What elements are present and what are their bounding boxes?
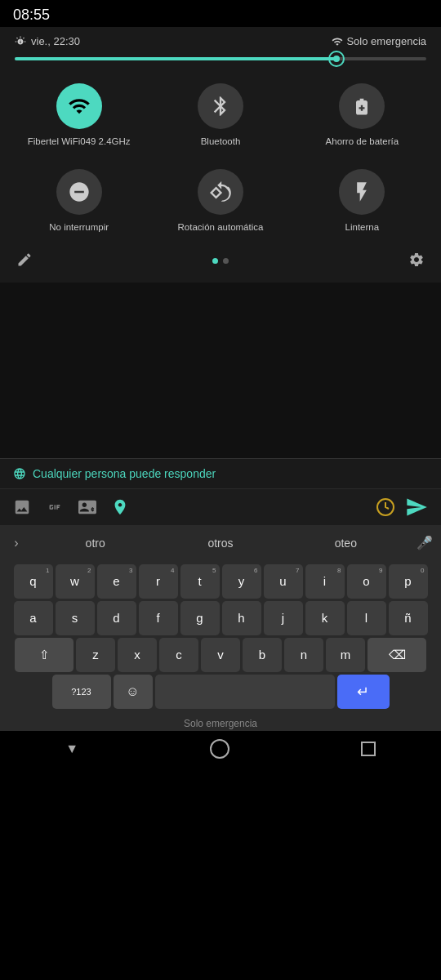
key-space[interactable] [155,675,335,709]
image-icon[interactable] [13,498,31,516]
gif-icon[interactable] [46,498,64,516]
suggestion-2[interactable]: otros [158,532,283,555]
key-x[interactable]: x [118,638,157,672]
emergency-signal: Solo emergencia [332,35,426,47]
key-o[interactable]: 9o [347,564,386,599]
compose-row: Cualquier persona puede responder [0,458,441,488]
key-l[interactable]: l [347,601,386,635]
key-backspace[interactable]: ⌫ [368,638,426,672]
brightness-track[interactable] [15,57,426,60]
brightness-icon [328,51,345,67]
tile-flashlight[interactable]: Linterna [292,158,433,243]
flashlight-label: Linterna [345,221,380,234]
suggestion-expand-button[interactable]: › [0,528,33,558]
key-c[interactable]: c [159,638,198,672]
alarm-icon [15,36,26,47]
key-b[interactable]: b [243,638,282,672]
timer-icon[interactable] [376,497,395,517]
mic-button[interactable]: 🎤 [408,535,441,550]
status-time: 08:55 [13,7,50,24]
brightness-thumb [327,50,345,68]
key-return[interactable]: ↵ [337,675,390,709]
nav-recent-button[interactable] [361,742,376,756]
contacts-icon[interactable] [78,498,96,516]
key-n[interactable]: n [284,638,323,672]
wifi-icon-wrap [56,83,102,129]
key-emoji[interactable]: ☺ [114,675,153,709]
key-shift[interactable]: ⇧ [15,638,74,672]
key-g[interactable]: g [180,601,220,635]
suggestion-3[interactable]: oteo [283,532,408,555]
compose-world-icon [13,467,26,480]
key-q[interactable]: 1q [14,564,53,599]
emergency-bar: Solo emergencia [0,715,441,731]
toolbar-right-icons [376,496,428,519]
dot-1 [212,258,218,264]
settings-button[interactable] [408,252,425,271]
flashlight-icon [350,180,373,203]
wifi-label: Fibertel WiFi049 2.4GHz [28,136,131,148]
key-v[interactable]: v [201,638,240,672]
key-t[interactable]: 5t [180,564,220,599]
battery-saver-label: Ahorro de batería [326,136,399,148]
keyboard: 1q 2w 3e 4r 5t 6y 7u 8i 9o 0p a s d f g … [0,561,441,715]
toolbar-left-icons [13,498,129,516]
key-i[interactable]: 8i [305,564,345,599]
send-icon[interactable] [405,496,428,519]
quick-settings-panel: vie., 22:30 Solo emergencia [0,27,441,283]
tile-dnd[interactable]: No interrumpir [8,158,149,243]
location-icon[interactable] [111,498,129,516]
bluetooth-icon-wrap [198,83,243,129]
key-z[interactable]: z [76,638,115,672]
key-m[interactable]: m [326,638,365,672]
key-d[interactable]: d [97,601,136,635]
key-num-sym[interactable]: ?123 [52,675,111,709]
flashlight-icon-wrap [339,169,385,215]
signal-icon [332,36,343,47]
key-k[interactable]: k [305,601,345,635]
edit-icon [16,252,33,268]
key-y[interactable]: 6y [222,564,261,599]
keyboard-row-2: a s d f g h j k l ñ [2,601,439,635]
suggestion-bar: › otro otros oteo 🎤 [0,525,441,561]
dot-2 [223,258,229,264]
tile-wifi[interactable]: Fibertel WiFi049 2.4GHz [8,72,149,158]
suggestion-1[interactable]: otro [33,532,158,555]
key-j[interactable]: j [264,601,303,635]
nav-home-button[interactable] [210,739,229,759]
key-s[interactable]: s [56,601,95,635]
wifi-icon [68,95,91,118]
key-n-tilde[interactable]: ñ [389,601,428,635]
brightness-slider[interactable] [0,54,441,72]
key-w[interactable]: 2w [56,564,95,599]
rotation-icon [209,180,232,203]
tile-battery-saver[interactable]: Ahorro de batería [292,72,433,158]
tile-rotation[interactable]: Rotación automática [149,158,291,243]
qs-bottom-bar [0,243,441,283]
battery-saver-icon [350,95,373,118]
key-h[interactable]: h [222,601,261,635]
key-r[interactable]: 4r [139,564,178,599]
nav-bar: ▼ [0,731,441,767]
toolbar-row [0,488,441,525]
keyboard-row-1: 1q 2w 3e 4r 5t 6y 7u 8i 9o 0p [2,564,439,599]
rotation-label: Rotación automática [178,221,264,234]
key-e[interactable]: 3e [97,564,136,599]
key-f[interactable]: f [139,601,178,635]
info-row: vie., 22:30 Solo emergencia [0,35,441,54]
tile-bluetooth[interactable]: Bluetooth [149,72,291,158]
qs-page-dots [212,258,229,264]
key-p[interactable]: 0p [389,564,428,599]
settings-icon [408,252,425,268]
emergency-text: Solo emergencia [184,718,257,729]
key-u[interactable]: 7u [264,564,303,599]
rotation-icon-wrap [198,169,243,215]
nav-back-button[interactable]: ▼ [65,742,78,756]
key-a[interactable]: a [14,601,53,635]
compose-placeholder[interactable]: Cualquier persona puede responder [33,467,216,480]
edit-button[interactable] [16,252,33,271]
battery-saver-icon-wrap [339,83,385,129]
bluetooth-icon [209,95,232,118]
dnd-icon [68,180,91,203]
keyboard-row-3: ⇧ z x c v b n m ⌫ [2,638,439,672]
